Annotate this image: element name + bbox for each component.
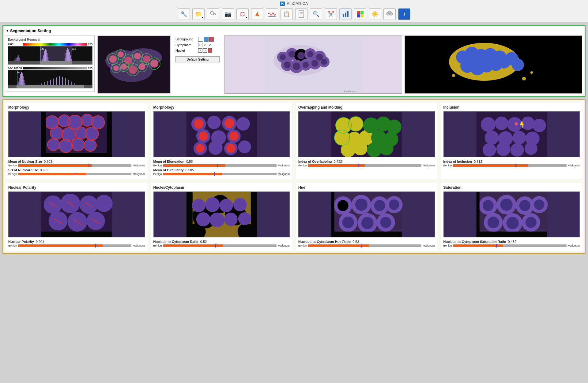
svg-point-178 [238, 140, 251, 153]
bm-gray-1 [92, 164, 132, 167]
malignant-label-6: Malignant [568, 164, 580, 167]
nuc-cyto-hue-value: 0.53 [352, 240, 359, 244]
svg-point-171 [236, 117, 250, 131]
cyto-check-boxes: ✓ ✓ ✓ [198, 43, 212, 47]
svg-point-283 [525, 217, 536, 228]
svg-point-191 [341, 143, 356, 157]
svg-point-135 [522, 77, 526, 80]
bar-chart-btn[interactable] [339, 8, 352, 20]
wave-btn[interactable] [266, 8, 278, 20]
analysis-panel: Morphology [2, 99, 586, 254]
bm-marker-7 [95, 244, 96, 247]
svg-rect-165 [107, 112, 112, 157]
svg-point-176 [208, 141, 222, 155]
main-container: ▼ Segmentation Setting Background Remova… [0, 23, 588, 257]
bg-color-white [198, 37, 203, 42]
nuclear-polarity-card: Nuclear Polarity [6, 183, 147, 251]
collapse-icon[interactable]: ▼ [6, 29, 9, 32]
nuclei-check1[interactable]: ✓ [198, 48, 202, 53]
overlapping-label: Index of Overlapping [298, 160, 332, 163]
bm-fill-8 [163, 244, 223, 247]
benign-label-6: Benign [443, 164, 452, 167]
figure-btn[interactable] [207, 8, 219, 20]
morph-card-2-title: Morphology [153, 105, 290, 110]
nuclear-polarity-image [8, 192, 145, 237]
overlapping-bm-bar: Benign Malignant [298, 164, 435, 167]
bm-fill-6 [453, 164, 528, 167]
svg-point-250 [224, 213, 237, 226]
color-fill-btn[interactable] [251, 8, 263, 20]
malignant-label-2: Malignant [133, 173, 145, 176]
original-microscopy-image: BioMirack [224, 35, 402, 94]
info-btn[interactable]: i [398, 8, 410, 20]
inclusion-metric: Index of Inclusion 0.812 Benign Malignan… [443, 160, 580, 167]
overlapping-card: Overlapping and Molding [296, 103, 437, 179]
bm-track-9 [308, 244, 421, 247]
hue-cell-image [298, 192, 435, 237]
svg-point-225 [49, 211, 68, 230]
sat-slider[interactable] [8, 85, 92, 88]
clipboard-btn[interactable]: 📋 [281, 8, 293, 20]
doc-btn[interactable] [295, 8, 307, 20]
tools-btn[interactable]: 🔧 [178, 8, 190, 20]
malignant-label-4: Malignant [278, 173, 290, 176]
mean-nuclear-size-value: 0.803 [44, 160, 52, 163]
overlapping-card-title: Overlapping and Molding [298, 105, 435, 110]
bm-track-10 [453, 244, 567, 247]
group-btn[interactable] [383, 8, 396, 20]
nuc-cyto-sat-label: Nucleus-to-Cytoplasm Saturation Ratio [443, 240, 506, 244]
inclusion-card-title: Inclusion [443, 105, 580, 110]
nuclei-check3[interactable]: ✓ [208, 48, 212, 53]
seg-panel-header: ▼ Segmentation Setting [6, 28, 582, 33]
nuclear-polarity-metric: Nuclear Polarity 0.901 Benign Malignant [8, 240, 145, 247]
svg-point-219 [514, 122, 518, 125]
cyto-check1[interactable]: ✓ [198, 43, 202, 47]
nuclei-cytoplasm-image [153, 192, 290, 237]
analysis-top-grid: Morphology [6, 103, 582, 179]
saturation-label: Saturation [8, 66, 22, 70]
legend-bg-label: Background [175, 37, 197, 41]
bm-marker-8 [215, 244, 216, 247]
svg-point-133 [512, 59, 524, 71]
sat-bm-bar: Benign Malignant [443, 244, 580, 247]
svg-point-262 [374, 200, 385, 211]
camera-btn[interactable]: 📷 [222, 8, 234, 20]
bm-marker-4 [214, 172, 215, 176]
folder-btn[interactable]: 📁▼ [192, 8, 205, 20]
sun-btn[interactable]: ☀️ [369, 8, 381, 20]
lasso-btn[interactable]: ▼ [236, 8, 249, 20]
svg-point-75 [109, 55, 117, 63]
seg-cell-image-1 [97, 35, 171, 94]
svg-rect-268 [331, 192, 334, 237]
sd-nuclear-size-label: SD of Nuclear Size [8, 168, 38, 172]
nuc-cyto-ratio-label: Nucleus-to-Cytoplasm Ratio [153, 240, 198, 244]
svg-point-246 [219, 199, 233, 212]
palette-btn[interactable] [354, 8, 366, 20]
bg-color-boxes [198, 37, 214, 42]
hue-card: Hue [296, 183, 437, 251]
malignant-label-10: Malignant [568, 244, 580, 247]
overlapping-value: 0.492 [334, 160, 342, 163]
app-title-bar: H AmCAD-CA [0, 1, 588, 6]
default-setting-btn[interactable]: Default Setting [175, 56, 220, 62]
hue-slider[interactable] [8, 61, 92, 64]
malignant-label-3: Malignant [278, 164, 290, 167]
bm-fill-1 [18, 164, 92, 167]
bm-track-6 [453, 164, 567, 167]
svg-point-83 [113, 65, 119, 71]
cyto-check2[interactable]: ✓ [203, 43, 207, 47]
nuclear-polarity-title: Nuclear Polarity [8, 185, 145, 190]
search-btn[interactable]: 🔍 [310, 8, 322, 20]
scissors-btn[interactable]: ✂️ [325, 8, 337, 20]
circularity-bm-bar: Benign Malignant [153, 173, 290, 176]
svg-point-277 [482, 200, 493, 211]
svg-point-227 [87, 212, 105, 230]
svg-point-263 [389, 199, 399, 210]
svg-rect-267 [331, 232, 402, 237]
svg-point-116 [321, 59, 327, 65]
svg-point-280 [534, 199, 544, 210]
svg-rect-10 [357, 11, 360, 14]
cyto-check3[interactable]: ✓ [208, 43, 212, 47]
nuclei-check2[interactable]: ✓ [203, 48, 207, 53]
analysis-bottom-grid: Nuclear Polarity [6, 183, 582, 251]
